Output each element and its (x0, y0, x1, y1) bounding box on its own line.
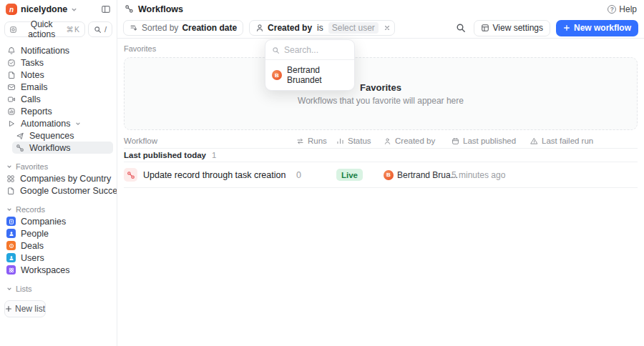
table-row[interactable]: Update record through task creation 0 Li… (124, 162, 638, 188)
page-title-label: Workflows (138, 4, 183, 14)
section-label: Lists (16, 285, 32, 293)
sidebar-item-label: Tasks (21, 58, 44, 68)
user-search-input[interactable] (284, 45, 348, 55)
note-icon (6, 187, 15, 195)
workflow-name-cell[interactable]: Update record through task creation (124, 168, 296, 182)
avatar: B (384, 170, 394, 180)
column-header-runs[interactable]: Runs (296, 137, 336, 145)
close-icon[interactable] (384, 24, 391, 31)
quick-actions-shortcut: ⌘K (66, 25, 80, 34)
video-camera-icon (6, 95, 16, 104)
users-entity-icon (6, 253, 16, 262)
sidebar-item-companies-by-country[interactable]: Companies by Country (4, 172, 113, 184)
sidebar-item-label: Calls (21, 94, 41, 104)
sidebar-section-favorites[interactable]: Favorites (4, 161, 113, 172)
sidebar-item-notes[interactable]: Notes (4, 69, 113, 81)
quick-actions-button[interactable]: Quick actions ⌘K (4, 21, 85, 37)
chevron-down-icon (6, 286, 12, 292)
workspaces-entity-icon (6, 265, 16, 275)
search-icon (272, 46, 280, 54)
view-settings-label: View settings (493, 23, 543, 33)
filter-field: Created by (268, 23, 312, 33)
section-label: Favorites (16, 162, 48, 171)
sidebar-item-users[interactable]: Users (4, 252, 113, 264)
sidebar-item-sequences[interactable]: Sequences (12, 129, 113, 142)
sidebar-item-notifications[interactable]: Notifications (4, 44, 113, 56)
table-group-row[interactable]: Last published today 1 (124, 149, 638, 162)
new-list-button[interactable]: New list (4, 300, 46, 317)
sidebar-item-workflows[interactable]: Workflows (12, 142, 113, 154)
runs-cell: 0 (296, 170, 336, 180)
calendar-icon (452, 137, 459, 145)
chart-icon (6, 107, 16, 116)
table-header-row: Workflow Runs Status Created by (124, 134, 638, 149)
new-workflow-button[interactable]: New workflow (556, 20, 638, 36)
sidebar-item-calls[interactable]: Calls (4, 93, 113, 105)
envelope-icon (6, 83, 16, 92)
chevron-down-icon (71, 6, 77, 13)
new-list-label: New list (15, 304, 45, 314)
main-header: Workflows ? Help (117, 0, 644, 18)
plus-icon (563, 24, 570, 31)
search-icon[interactable] (454, 21, 468, 35)
workflow-icon (15, 144, 24, 152)
dropdown-option-user[interactable]: B Bertrand Bruandet (265, 60, 354, 90)
sort-icon (130, 24, 138, 32)
column-header-workflow[interactable]: Workflow (124, 137, 296, 145)
section-label: Records (16, 205, 45, 214)
group-count: 1 (212, 151, 216, 159)
sidebar-item-label: Notifications (21, 46, 69, 56)
column-header-last-failed-run[interactable]: Last failed run (530, 137, 638, 145)
quick-actions-label: Quick actions (21, 19, 62, 39)
sidebar-item-automations[interactable]: Automations (4, 117, 113, 129)
companies-entity-icon (6, 217, 16, 226)
sidebar-item-deals[interactable]: Deals (4, 239, 113, 252)
sorted-by-chip[interactable]: Sorted by Creation date (123, 20, 243, 36)
sidebar-section-records[interactable]: Records (4, 204, 113, 215)
column-header-created-by[interactable]: Created by (384, 137, 452, 145)
filter-chip-created-by[interactable]: Created by is Select user (249, 20, 395, 36)
sidebar-item-people[interactable]: People (4, 227, 113, 239)
warning-triangle-icon (530, 137, 538, 145)
sidebar-item-reports[interactable]: Reports (4, 105, 113, 117)
sidebar-item-label: Automations (21, 119, 70, 129)
person-icon (255, 24, 264, 32)
sidebar-item-label: Deals (21, 241, 44, 251)
main-area: Workflows ? Help Sorted by Creation date… (117, 0, 644, 346)
avatar: B (272, 70, 282, 80)
help-label: Help (619, 4, 637, 14)
sidebar-item-tasks[interactable]: Tasks (4, 56, 113, 69)
plus-icon (5, 305, 12, 312)
sidebar-item-label: Companies (21, 217, 66, 227)
chevron-down-icon (6, 164, 12, 169)
main-content: Favorites Favorites Workflows that you f… (117, 39, 644, 188)
sidebar-search-button[interactable]: / (88, 21, 112, 37)
sidebar-item-workspaces[interactable]: Workspaces (4, 264, 113, 276)
sidebar-item-label: Workspaces (21, 265, 70, 275)
check-square-icon (6, 59, 16, 67)
help-button[interactable]: ? Help (608, 4, 637, 14)
sidebar-item-label: Reports (21, 107, 52, 117)
favorites-empty-subtitle: Workflows that you favorite will appear … (298, 96, 464, 106)
search-shortcut: / (104, 25, 107, 34)
filter-value-placeholder[interactable]: Select user (328, 22, 379, 34)
app-window: n nicelydone Quick actions ⌘K / (0, 0, 644, 346)
toggle-sidebar-icon[interactable] (101, 4, 111, 14)
favorites-group-label: Favorites (124, 44, 638, 53)
workspace-name: nicelydone (21, 4, 67, 14)
column-header-last-published[interactable]: Last published (452, 137, 530, 145)
bell-icon (6, 46, 16, 55)
sorted-by-value: Creation date (182, 23, 237, 33)
workspace-switcher[interactable]: n nicelydone (0, 0, 117, 19)
send-icon (15, 132, 24, 140)
sidebar-item-companies[interactable]: Companies (4, 215, 113, 227)
column-header-status[interactable]: Status (336, 137, 384, 145)
dropdown-search-row (265, 40, 354, 60)
sidebar-item-label: Google Customer Success & P... (20, 186, 117, 196)
sidebar-item-google-customer-success[interactable]: Google Customer Success & P... (4, 184, 113, 197)
view-settings-button[interactable]: View settings (474, 20, 550, 36)
sidebar-item-label: Workflows (29, 143, 70, 153)
sidebar-section-lists[interactable]: Lists (4, 283, 113, 295)
people-entity-icon (6, 229, 16, 238)
sidebar-item-emails[interactable]: Emails (4, 81, 113, 93)
